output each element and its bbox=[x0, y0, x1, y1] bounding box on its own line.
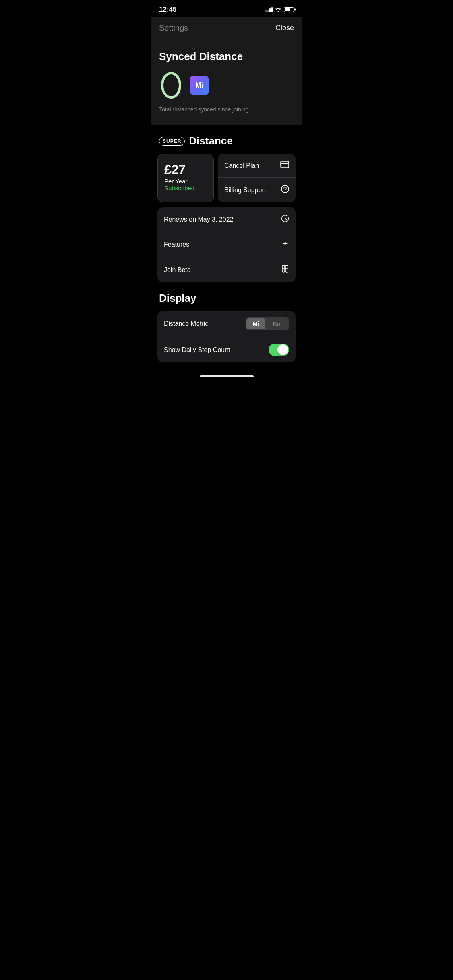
home-indicator bbox=[151, 372, 302, 380]
plan-status: Subscribed bbox=[164, 185, 207, 191]
super-title: Distance bbox=[189, 135, 232, 147]
segment-km[interactable]: Km bbox=[266, 318, 288, 329]
segment-mi[interactable]: Mi bbox=[246, 318, 266, 329]
super-badge: SUPER bbox=[159, 137, 185, 146]
super-header: SUPER Distance bbox=[157, 135, 296, 147]
cancel-plan-button[interactable]: Cancel Plan bbox=[218, 154, 296, 178]
features-label: Features bbox=[164, 241, 189, 248]
svg-rect-1 bbox=[281, 161, 289, 168]
sparkle-icon bbox=[281, 239, 289, 249]
synced-subtitle: Total distanced synced since joining. bbox=[159, 106, 294, 113]
close-button[interactable]: Close bbox=[275, 24, 294, 32]
battery-icon bbox=[284, 7, 294, 12]
features-item[interactable]: Features bbox=[157, 232, 296, 257]
toggle-knob bbox=[277, 344, 288, 355]
status-time: 12:45 bbox=[159, 6, 176, 14]
mi-badge: Mi bbox=[190, 76, 209, 95]
distance-metric-item: Distance Metric Mi Km bbox=[157, 311, 296, 337]
step-count-label: Show Daily Step Count bbox=[164, 346, 230, 354]
display-card: Distance Metric Mi Km Show Daily Step Co… bbox=[157, 311, 296, 362]
billing-support-button[interactable]: Billing Support bbox=[218, 178, 296, 202]
renews-item[interactable]: Renews on May 3, 2022 bbox=[157, 207, 296, 232]
wifi-icon bbox=[275, 7, 281, 12]
display-title: Display bbox=[157, 292, 296, 305]
status-icons bbox=[265, 7, 294, 12]
home-bar bbox=[200, 375, 254, 377]
join-beta-item[interactable]: Join Beta bbox=[157, 257, 296, 282]
distance-metric-control[interactable]: Mi Km bbox=[246, 317, 289, 330]
billing-support-icon bbox=[281, 185, 289, 195]
synced-title: Synced Distance bbox=[159, 50, 294, 63]
step-count-toggle[interactable] bbox=[269, 344, 289, 356]
billing-support-label: Billing Support bbox=[224, 187, 266, 194]
info-card: Renews on May 3, 2022 Features Join Beta bbox=[157, 207, 296, 282]
settings-header: Settings Close bbox=[151, 17, 302, 41]
plan-price: £27 bbox=[164, 162, 207, 177]
status-bar: 12:45 bbox=[151, 0, 302, 17]
synced-distance-section: Synced Distance Mi Total distanced synce… bbox=[151, 41, 302, 125]
plan-actions: Cancel Plan Billing Support bbox=[218, 154, 296, 202]
step-count-item: Show Daily Step Count bbox=[157, 337, 296, 362]
beta-icon bbox=[281, 264, 289, 275]
distance-metric-label: Distance Metric bbox=[164, 320, 208, 327]
svg-point-0 bbox=[162, 73, 180, 97]
plan-row: £27 Per Year Subscribed Cancel Plan Bill… bbox=[157, 154, 296, 202]
clock-icon bbox=[281, 214, 289, 224]
svg-point-4 bbox=[285, 191, 285, 192]
cancel-plan-icon bbox=[280, 161, 289, 170]
main-content: SUPER Distance £27 Per Year Subscribed C… bbox=[151, 125, 302, 372]
renews-label: Renews on May 3, 2022 bbox=[164, 216, 234, 223]
settings-title: Settings bbox=[159, 23, 188, 33]
svg-rect-2 bbox=[281, 163, 289, 164]
plan-price-card: £27 Per Year Subscribed bbox=[157, 154, 214, 202]
plan-period: Per Year bbox=[164, 178, 207, 185]
zero-distance-icon bbox=[159, 71, 183, 100]
cancel-plan-label: Cancel Plan bbox=[224, 162, 259, 169]
signal-icon bbox=[265, 7, 273, 12]
synced-display: Mi bbox=[159, 71, 294, 100]
join-beta-label: Join Beta bbox=[164, 266, 191, 274]
